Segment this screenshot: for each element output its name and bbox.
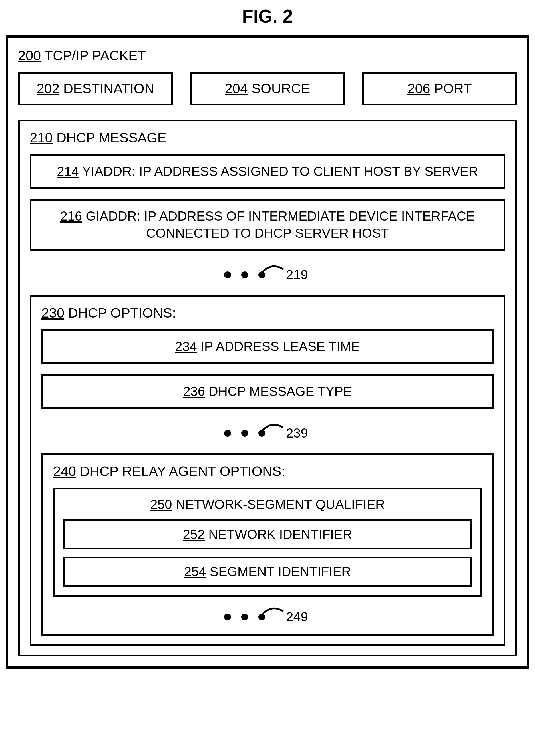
destination-cell: 202 DESTINATION [18, 72, 173, 105]
dhcp-options-num: 230 [42, 305, 64, 320]
svg-point-4 [241, 430, 248, 437]
segment-id-num: 254 [184, 564, 206, 579]
svg-point-6 [224, 613, 231, 620]
lease-time-label: IP ADDRESS LEASE TIME [201, 339, 360, 354]
qualifier-label: NETWORK-SEGMENT QUALIFIER [176, 497, 385, 512]
msg-type-num: 236 [183, 384, 205, 399]
dhcp-options-title: 230 DHCP OPTIONS: [42, 305, 493, 321]
dhcp-message-box: 210 DHCP MESSAGE 214 YIADDR: IP ADDRESS … [18, 120, 517, 657]
source-num: 204 [225, 81, 248, 96]
giaddr-field: 216 GIADDR: IP ADDRESS OF INTERMEDIATE D… [30, 199, 505, 251]
network-id-num: 252 [183, 527, 205, 542]
network-id-label: NETWORK IDENTIFIER [209, 527, 352, 542]
relay-agent-num: 240 [53, 464, 76, 479]
qualifier-num: 250 [150, 497, 172, 512]
svg-point-0 [224, 271, 231, 278]
destination-num: 202 [37, 81, 59, 96]
qualifier-box: 250 NETWORK-SEGMENT QUALIFIER 252 NETWOR… [53, 488, 482, 597]
svg-point-3 [224, 430, 231, 437]
lease-time-field: 234 IP ADDRESS LEASE TIME [42, 329, 493, 364]
dhcp-message-num: 210 [30, 130, 52, 145]
tcpip-packet-box: 200 TCP/IP PACKET 202 DESTINATION 204 SO… [6, 35, 529, 669]
figure-title: FIG. 2 [6, 6, 529, 27]
segment-id-label: SEGMENT IDENTIFIER [210, 564, 351, 579]
msg-type-field: 236 DHCP MESSAGE TYPE [42, 374, 493, 409]
lease-time-num: 234 [175, 339, 197, 354]
packet-num: 200 [18, 48, 41, 63]
giaddr-label: GIADDR: IP ADDRESS OF INTERMEDIATE DEVIC… [86, 209, 475, 241]
packet-header-row: 202 DESTINATION 204 SOURCE 206 PORT [18, 72, 517, 105]
dhcp-message-label: DHCP MESSAGE [56, 130, 166, 145]
port-label: PORT [434, 81, 472, 96]
yiaddr-num: 214 [57, 164, 79, 179]
destination-label: DESTINATION [63, 81, 154, 96]
giaddr-num: 216 [60, 209, 82, 224]
network-id-field: 252 NETWORK IDENTIFIER [63, 519, 472, 549]
ellipsis-249: 249 [53, 603, 482, 626]
dhcp-message-title: 210 DHCP MESSAGE [30, 130, 505, 146]
source-cell: 204 SOURCE [190, 72, 345, 105]
yiaddr-field: 214 YIADDR: IP ADDRESS ASSIGNED TO CLIEN… [30, 154, 505, 189]
yiaddr-label: YIADDR: IP ADDRESS ASSIGNED TO CLIENT HO… [82, 164, 478, 179]
source-label: SOURCE [251, 81, 310, 96]
port-cell: 206 PORT [362, 72, 517, 105]
ellipsis-219-num: 219 [286, 267, 308, 282]
relay-agent-box: 240 DHCP RELAY AGENT OPTIONS: 250 NETWOR… [42, 453, 493, 636]
relay-agent-title: 240 DHCP RELAY AGENT OPTIONS: [53, 464, 482, 479]
ellipsis-239-num: 239 [286, 425, 308, 440]
ellipsis-239: 239 [42, 419, 493, 442]
port-num: 206 [408, 81, 430, 96]
qualifier-title: 250 NETWORK-SEGMENT QUALIFIER [63, 497, 472, 512]
dhcp-options-label: DHCP OPTIONS: [68, 305, 176, 320]
svg-point-1 [241, 271, 248, 278]
dhcp-options-box: 230 DHCP OPTIONS: 234 IP ADDRESS LEASE T… [30, 295, 505, 646]
ellipsis-249-num: 249 [286, 609, 308, 624]
relay-agent-label: DHCP RELAY AGENT OPTIONS: [80, 464, 285, 479]
ellipsis-219: 219 [30, 260, 505, 284]
svg-point-7 [241, 613, 248, 620]
packet-label: TCP/IP PACKET [44, 48, 146, 63]
msg-type-label: DHCP MESSAGE TYPE [209, 384, 352, 399]
packet-title: 200 TCP/IP PACKET [18, 48, 517, 63]
segment-id-field: 254 SEGMENT IDENTIFIER [63, 556, 472, 587]
